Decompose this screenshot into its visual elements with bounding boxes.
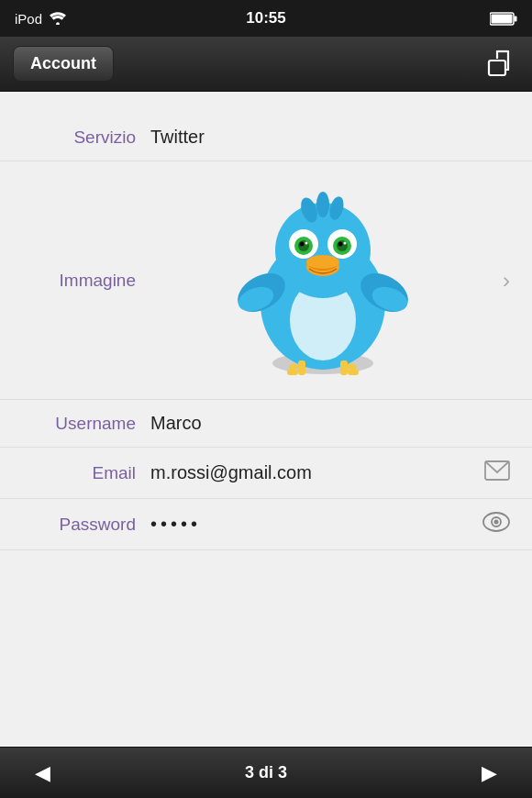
- nav-bar: Account: [0, 37, 532, 92]
- svg-rect-33: [298, 360, 305, 375]
- account-button[interactable]: Account: [13, 46, 114, 82]
- email-row: Email m.rossi@gmail.com: [0, 448, 532, 499]
- twitter-bird: [236, 184, 410, 377]
- svg-point-21: [300, 241, 305, 246]
- svg-point-42: [494, 520, 499, 525]
- email-icon: [484, 460, 510, 485]
- bottom-bar: ◀ 3 di 3 ▶: [0, 747, 532, 798]
- svg-point-27: [344, 241, 347, 244]
- svg-rect-34: [287, 370, 298, 375]
- username-row: Username Marco: [0, 400, 532, 448]
- password-value: •••••: [150, 514, 482, 535]
- immagine-row[interactable]: Immagine: [0, 161, 532, 400]
- svg-rect-2: [515, 16, 517, 21]
- svg-point-0: [56, 22, 60, 25]
- username-value: Marco: [150, 413, 510, 434]
- envelope-icon: [484, 460, 510, 481]
- servizio-value: Twitter: [150, 127, 510, 148]
- share-button[interactable]: [482, 46, 519, 83]
- password-label: Password: [22, 515, 150, 535]
- eye-icon: [482, 512, 510, 532]
- svg-point-20: [298, 240, 309, 251]
- status-bar: iPod 10:55: [0, 0, 532, 37]
- immagine-chevron-icon: ›: [503, 268, 510, 294]
- share-icon: [484, 48, 517, 81]
- main-content: Servizio Twitter Immagine: [0, 92, 532, 747]
- prev-button[interactable]: ◀: [26, 758, 60, 789]
- password-row: Password •••••: [0, 499, 532, 550]
- bird-image-container: [150, 184, 495, 377]
- svg-point-31: [316, 192, 329, 217]
- svg-point-25: [337, 240, 348, 251]
- svg-rect-36: [340, 360, 348, 375]
- svg-rect-37: [348, 370, 359, 375]
- svg-point-26: [338, 241, 343, 246]
- battery-icon: [490, 12, 517, 26]
- email-label: Email: [22, 463, 150, 483]
- servizio-label: Servizio: [22, 127, 150, 148]
- status-left: iPod: [15, 11, 66, 27]
- device-label: iPod: [15, 11, 42, 27]
- password-toggle-icon[interactable]: [482, 512, 510, 537]
- svg-point-22: [305, 241, 308, 244]
- servizio-row: Servizio Twitter: [0, 114, 532, 161]
- status-right: [490, 12, 517, 26]
- next-button[interactable]: ▶: [472, 758, 506, 789]
- svg-rect-3: [492, 14, 513, 23]
- email-value: m.rossi@gmail.com: [150, 462, 484, 483]
- status-time: 10:55: [246, 9, 285, 28]
- svg-rect-4: [489, 61, 505, 75]
- immagine-label: Immagine: [22, 271, 150, 291]
- wifi-icon: [50, 12, 66, 25]
- page-indicator: 3 di 3: [245, 763, 287, 782]
- username-label: Username: [22, 414, 150, 434]
